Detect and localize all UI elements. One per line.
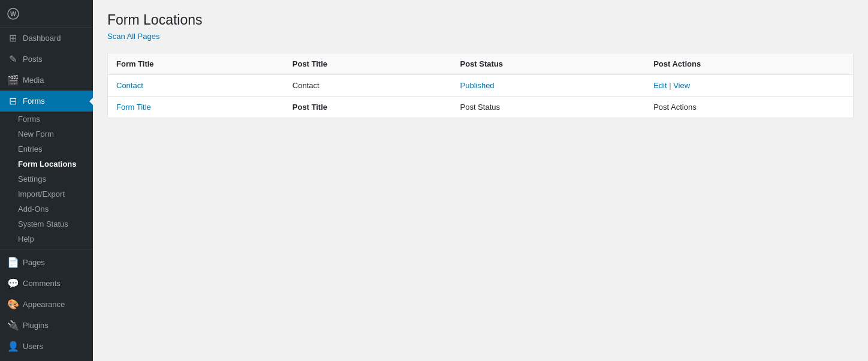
sidebar-subitem-import-export[interactable]: Import/Export <box>0 186 93 201</box>
action-separator: | <box>669 81 671 90</box>
sidebar-item-dashboard[interactable]: ⊞ Dashboard <box>0 28 93 49</box>
comments-icon: 💬 <box>7 278 18 289</box>
scan-all-pages-link[interactable]: Scan All Pages <box>107 32 159 41</box>
sidebar-subitem-forms[interactable]: Forms <box>0 112 93 127</box>
post-actions-cell: Post Actions <box>645 97 853 118</box>
sidebar-divider <box>0 249 93 249</box>
sidebar-item-users[interactable]: 👤 Users <box>0 336 93 357</box>
sidebar-item-forms[interactable]: ⊟ Forms <box>0 91 93 112</box>
plugins-icon: 🔌 <box>7 320 18 331</box>
subitem-label: Forms <box>18 115 40 124</box>
subitem-label: New Form <box>18 130 54 139</box>
sidebar-item-label: Users <box>23 342 43 351</box>
sidebar-subitem-system-status[interactable]: System Status <box>0 216 93 231</box>
sidebar-item-media[interactable]: 🎬 Media <box>0 70 93 91</box>
wordpress-logo: W <box>0 0 93 28</box>
sidebar-item-label: Plugins <box>23 321 49 330</box>
post-title-cell: Contact <box>284 75 452 97</box>
svg-text:W: W <box>10 11 16 17</box>
sidebar-subitem-settings[interactable]: Settings <box>0 172 93 186</box>
form-title-link[interactable]: Form Title <box>116 103 151 112</box>
sidebar-item-label: Posts <box>23 55 43 64</box>
subitem-label: System Status <box>18 219 68 228</box>
form-title-link[interactable]: Contact <box>116 81 143 90</box>
post-status-link[interactable]: Published <box>460 81 495 90</box>
sidebar-item-pages[interactable]: 📄 Pages <box>0 252 93 273</box>
wp-logo-icon: W <box>7 8 19 20</box>
post-title-label: Post Title <box>293 103 327 112</box>
post-status-cell: Post Status <box>452 97 646 118</box>
sidebar-item-label: Media <box>23 76 44 85</box>
view-link[interactable]: View <box>673 81 690 90</box>
sidebar-subitem-help[interactable]: Help <box>0 231 93 246</box>
form-title-cell: Form Title <box>108 97 284 118</box>
col-header-post-actions: Post Actions <box>645 53 853 75</box>
table-row: Contact Contact Published Edit | View <box>108 75 853 97</box>
col-header-post-status: Post Status <box>452 53 646 75</box>
sidebar-subitem-form-locations[interactable]: Form Locations <box>0 157 93 172</box>
sidebar-item-plugins[interactable]: 🔌 Plugins <box>0 315 93 336</box>
dashboard-icon: ⊞ <box>7 32 18 44</box>
page-title: Form Locations <box>107 12 854 28</box>
edit-link[interactable]: Edit <box>653 81 667 90</box>
sidebar-item-label: Forms <box>23 97 45 106</box>
sidebar-item-comments[interactable]: 💬 Comments <box>0 273 93 294</box>
sidebar-item-label: Comments <box>23 279 61 288</box>
users-icon: 👤 <box>7 341 18 352</box>
subitem-label: Settings <box>18 175 46 183</box>
pages-icon: 📄 <box>7 257 18 268</box>
table-row: Form Title Post Title Post Status Post A… <box>108 97 853 118</box>
posts-icon: ✎ <box>7 53 18 65</box>
sidebar-item-label: Pages <box>23 258 45 267</box>
sidebar-subitem-add-ons[interactable]: Add-Ons <box>0 201 93 216</box>
forms-icon: ⊟ <box>7 95 18 107</box>
subitem-label: Import/Export <box>18 189 65 198</box>
post-status-cell: Published <box>452 75 646 97</box>
post-actions-cell: Edit | View <box>645 75 853 97</box>
sidebar-item-label: Dashboard <box>23 34 61 43</box>
sidebar-subitem-entries[interactable]: Entries <box>0 142 93 157</box>
sidebar-subitem-new-form[interactable]: New Form <box>0 127 93 142</box>
subitem-label: Form Locations <box>18 160 77 169</box>
sidebar-item-posts[interactable]: ✎ Posts <box>0 49 93 70</box>
sidebar-item-appearance[interactable]: 🎨 Appearance <box>0 294 93 315</box>
subitem-label: Entries <box>18 145 42 154</box>
post-title-cell: Post Title <box>284 97 452 118</box>
form-locations-table-container: Form Title Post Title Post Status Post A… <box>107 53 854 118</box>
subitem-label: Help <box>18 234 34 243</box>
form-title-cell: Contact <box>108 75 284 97</box>
col-header-post-title: Post Title <box>284 53 452 75</box>
sidebar: W ⊞ Dashboard ✎ Posts 🎬 Media ⊟ Forms Fo… <box>0 0 93 361</box>
media-icon: 🎬 <box>7 74 18 86</box>
sidebar-item-label: Appearance <box>23 300 65 309</box>
col-header-form-title: Form Title <box>108 53 284 75</box>
main-content: Form Locations Scan All Pages Form Title… <box>93 0 868 361</box>
appearance-icon: 🎨 <box>7 299 18 310</box>
subitem-label: Add-Ons <box>18 204 49 213</box>
table-header-row: Form Title Post Title Post Status Post A… <box>108 53 853 75</box>
form-locations-table: Form Title Post Title Post Status Post A… <box>108 53 853 118</box>
